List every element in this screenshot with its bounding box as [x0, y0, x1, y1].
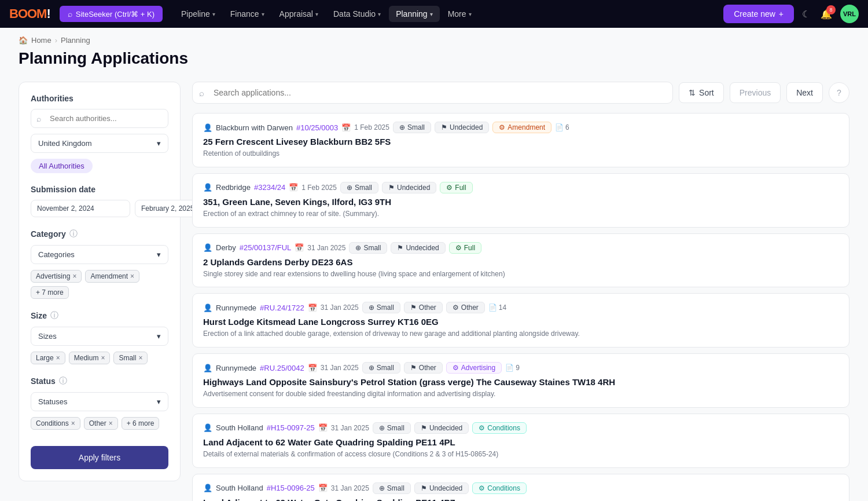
app-ref: #RU.25/0042	[260, 364, 304, 372]
size-tag-small[interactable]: Small ×	[113, 352, 148, 364]
app-date: 1 Feb 2025	[301, 184, 337, 192]
app-description: Erection of a link attached double garag…	[203, 329, 838, 339]
remove-icon: ×	[130, 272, 134, 280]
status-badge: ⚑ Other	[404, 302, 443, 313]
apply-filters-button[interactable]: Apply filters	[31, 446, 168, 469]
size-badge: ⊕ Small	[362, 362, 400, 374]
type-badge: ⚙ Other	[446, 302, 485, 313]
status-label: Status	[31, 376, 56, 386]
calendar-icon: 📅	[289, 183, 298, 192]
type-badge: ⚙ Conditions	[472, 422, 527, 434]
category-tag-amendment[interactable]: Amendment ×	[85, 270, 139, 283]
status-badge: ⚑ Undecided	[382, 182, 436, 193]
size-tags: Large × Medium × Small ×	[31, 352, 168, 364]
size-tag-large[interactable]: Large ×	[31, 352, 65, 364]
authority-name: Blackburn with Darwen	[216, 123, 293, 132]
app-title: Hurst Lodge Kitsmead Lane Longcross Surr…	[203, 317, 838, 327]
type-badge: ⚙ Full	[440, 182, 472, 193]
status-tag-conditions[interactable]: Conditions ×	[31, 417, 80, 430]
app-title: Land Adjacent to 62 Water Gate Quadring …	[203, 437, 838, 447]
nav-finance[interactable]: Finance ▾	[223, 6, 271, 22]
previous-button[interactable]: Previous	[730, 82, 781, 103]
application-card[interactable]: 👤 Runnymede #RU.24/1722 📅 31 Jan 2025 ⊕ …	[192, 293, 849, 348]
notifications-button[interactable]: 🔔 8	[818, 6, 834, 22]
document-icon: 📄	[555, 123, 564, 131]
category-label: Category	[31, 229, 66, 239]
breadcrumb-separator: ›	[55, 36, 57, 45]
category-tag-more[interactable]: + 7 more	[31, 286, 69, 299]
app-description: Single storey side and rear extensions t…	[203, 269, 838, 279]
application-card[interactable]: 👤 South Holland #H15-0096-25 📅 31 Jan 20…	[192, 474, 849, 501]
chevron-down-icon: ▾	[157, 250, 161, 259]
chevron-down-icon: ▾	[157, 397, 161, 406]
calendar-icon: 📅	[308, 303, 317, 312]
create-new-button[interactable]: Create new +	[723, 5, 794, 23]
authority-name: South Holland	[216, 484, 263, 492]
main-layout: Authorities ⌕ United Kingdom ▾ All Autho…	[19, 82, 849, 501]
resize-icon: ⊕	[379, 484, 385, 492]
app-logo: BOOM!	[9, 6, 50, 21]
application-card[interactable]: 👤 Blackburn with Darwen #10/25/0003 📅 1 …	[192, 113, 849, 167]
user-avatar[interactable]: VRL	[840, 5, 859, 23]
nav-more[interactable]: More ▾	[441, 6, 479, 22]
nav-links: Pipeline ▾ Finance ▾ Appraisal ▾ Data St…	[174, 6, 719, 22]
authority-name: Runnymede	[216, 303, 256, 312]
siteseeker-button[interactable]: ⌕ SiteSeeker (Ctrl/⌘ + K)	[60, 6, 163, 22]
application-card[interactable]: 👤 South Holland #H15-0097-25 📅 31 Jan 20…	[192, 414, 849, 468]
flag-icon: ⚑	[410, 364, 417, 372]
app-meta: 👤 South Holland #H15-0097-25 📅 31 Jan 20…	[203, 422, 838, 434]
resize-icon: ⊕	[399, 123, 405, 131]
nav-data-studio[interactable]: Data Studio ▾	[326, 6, 388, 22]
remove-icon: ×	[101, 354, 105, 362]
theme-toggle-button[interactable]: ☾	[800, 6, 812, 22]
categories-dropdown[interactable]: Categories ▾	[31, 245, 168, 264]
status-badge: ⚑ Undecided	[414, 482, 469, 494]
size-tag-medium[interactable]: Medium ×	[69, 352, 111, 364]
nav-planning[interactable]: Planning ▾	[389, 6, 440, 22]
application-card[interactable]: 👤 Redbridge #3234/24 📅 1 Feb 2025 ⊕ Smal…	[192, 173, 849, 228]
applications-search-input[interactable]	[192, 82, 673, 104]
authority-icon: 👤	[203, 364, 212, 372]
country-dropdown[interactable]: United Kingdom ▾	[31, 134, 168, 153]
sort-button[interactable]: ⇅ Sort	[679, 82, 724, 103]
flag-icon: ⚑	[421, 424, 427, 432]
type-badge: ⚙ Advertising	[446, 362, 502, 374]
page-content: Planning Applications Authorities ⌕ Unit…	[0, 49, 868, 501]
info-icon[interactable]: ⓘ	[50, 310, 58, 321]
status-tag-other[interactable]: Other ×	[84, 417, 118, 430]
resize-icon: ⊕	[369, 303, 374, 312]
app-ref: #3234/24	[254, 183, 285, 192]
all-authorities-badge[interactable]: All Authorities	[31, 159, 93, 173]
navbar: BOOM! ⌕ SiteSeeker (Ctrl/⌘ + K) Pipeline…	[0, 0, 868, 28]
info-icon[interactable]: ⓘ	[69, 229, 78, 239]
calendar-icon: 📅	[308, 364, 317, 372]
category-tag-advertising[interactable]: Advertising ×	[31, 270, 82, 283]
app-meta: 👤 Derby #25/00137/FUL 📅 31 Jan 2025 ⊕ Sm…	[203, 242, 838, 254]
size-badge: ⊕ Small	[373, 482, 411, 494]
next-button[interactable]: Next	[786, 82, 823, 103]
plus-icon: +	[779, 9, 784, 19]
category-header: Category ⓘ	[31, 229, 168, 239]
application-card[interactable]: 👤 Runnymede #RU.25/0042 📅 31 Jan 2025 ⊕ …	[192, 353, 849, 408]
size-badge: ⊕ Small	[373, 422, 411, 434]
status-tag-more[interactable]: + 6 more	[122, 417, 160, 430]
authority-name: Redbridge	[216, 183, 251, 192]
nav-appraisal[interactable]: Appraisal ▾	[273, 6, 325, 22]
type-badge: ⚙ Full	[449, 242, 481, 254]
authorities-search-input[interactable]	[31, 109, 168, 128]
help-button[interactable]: ?	[829, 82, 849, 103]
status-badge: ⚑ Undecided	[435, 122, 489, 133]
sizes-dropdown[interactable]: Sizes ▾	[31, 327, 168, 346]
breadcrumb-home[interactable]: Home	[31, 36, 52, 45]
nav-pipeline[interactable]: Pipeline ▾	[174, 6, 222, 22]
submission-date-section: Submission date	[31, 185, 168, 217]
remove-icon: ×	[72, 272, 76, 280]
application-card[interactable]: 👤 Derby #25/00137/FUL 📅 31 Jan 2025 ⊕ Sm…	[192, 233, 849, 288]
statuses-dropdown[interactable]: Statuses ▾	[31, 392, 168, 411]
resize-icon: ⊕	[369, 364, 374, 372]
info-icon[interactable]: ⓘ	[59, 376, 67, 386]
date-from-input[interactable]	[31, 200, 130, 217]
authority-icon: 👤	[203, 423, 212, 432]
page-title: Planning Applications	[19, 49, 849, 68]
app-title: 351, Green Lane, Seven Kings, Ilford, IG…	[203, 197, 838, 207]
